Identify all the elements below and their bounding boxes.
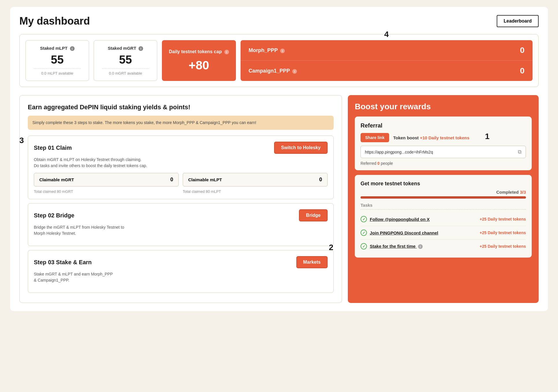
annotation-2: 2 [329, 243, 333, 252]
claimed-totals: Total claimed 80 mGRT Total claimed 80 m… [34, 189, 328, 194]
check-icon-1: ✓ [361, 216, 367, 222]
markets-button[interactable]: Markets [296, 256, 328, 268]
referred-text: Referred 0 people [361, 161, 526, 166]
check-icon-3: ✓ [361, 243, 367, 249]
stats-row: Staked mLPT i 55 0.0 mLPT available Stak… [19, 34, 539, 87]
staked-mgrt-info-icon[interactable]: i [138, 46, 143, 51]
claimable-row: Claimable mGRT 0 Claimable mLPT 0 [34, 173, 328, 186]
left-panel-title: Earn aggregated DePIN liquid staking yie… [28, 103, 334, 111]
step-03-title: Step 03 Stake & Earn [34, 259, 92, 266]
staked-mlpt-label: Staked mLPT i [34, 46, 81, 51]
annotation-4: 4 [384, 30, 389, 39]
check-icon-2: ✓ [361, 230, 367, 236]
morph-ppp-label: Morph_PPP i [249, 47, 285, 53]
staked-mgrt-sub: 0.0 mGRT available [102, 69, 149, 75]
total-mgrt: Total claimed 80 mGRT [34, 189, 179, 194]
step-01-title: Step 01 Claim [34, 145, 72, 151]
completed-label: Completed 3/3 [496, 190, 526, 195]
step-02-title: Step 02 Bridge [34, 212, 74, 219]
dashboard-container: My dashboard Leaderboard Staked mLPT i 5… [10, 7, 548, 311]
campaign1-ppp-value: 0 [520, 66, 524, 75]
morph-ppp-info-icon[interactable]: i [280, 49, 285, 53]
staked-mgrt-value: 55 [102, 53, 149, 66]
claimable-mlpt-label: Claimable mLPT [188, 177, 222, 182]
daily-testnet-label: Daily testnet tokens cap i [169, 49, 229, 54]
staked-mgrt-label: Staked mGRT i [102, 46, 149, 51]
progress-row: Completed 3/3 [361, 190, 526, 195]
right-panel-title: Boost your rewards [355, 102, 532, 111]
campaign1-ppp-label: Campaign1_PPP i [249, 68, 297, 74]
step-01-header: Step 01 Claim Switch to Holesky [34, 142, 328, 154]
morph-ppp-row: Morph_PPP i 0 [241, 40, 533, 61]
task-3-link[interactable]: Stake for the first time i [370, 244, 423, 249]
left-panel: Earn aggregated DePIN liquid staking yie… [19, 95, 342, 303]
claimable-mgrt-box: Claimable mGRT 0 [34, 173, 179, 186]
referral-card: Referral Share link Token boost +10 Dail… [355, 117, 532, 170]
step-02-desc: Bridge the mGRT & mLPT from Holesky Test… [34, 224, 328, 236]
daily-testnet-card: Daily testnet tokens cap i +80 [162, 40, 236, 81]
progress-bar-bg [361, 196, 526, 199]
share-link-button[interactable]: Share link [361, 133, 389, 142]
staked-mgrt-card: Staked mGRT i 55 0.0 mGRT available [94, 40, 157, 81]
step-03-desc: Stake mGRT & mLPT and earn Morph_PPP& Ca… [34, 271, 328, 283]
claimable-mlpt-value: 0 [319, 177, 322, 183]
task-1-reward: +25 Daily testnet tokens [480, 217, 526, 221]
annotation-3: 3 [19, 136, 24, 145]
campaign1-ppp-info-icon[interactable]: i [292, 69, 297, 74]
campaign1-ppp-row: Campaign1_PPP i 0 [241, 61, 533, 81]
daily-testnet-info-icon[interactable]: i [224, 50, 229, 54]
step-03-header: Step 03 Stake & Earn Markets [34, 256, 328, 268]
morph-ppp-value: 0 [520, 46, 524, 55]
progress-bar-fill [361, 196, 526, 199]
task-1-left: ✓ Follow @pingpongbuild on X [361, 216, 430, 222]
referral-title: Referral [361, 122, 526, 129]
total-mlpt: Total claimed 80 mLPT [183, 189, 328, 194]
dashboard-header: My dashboard Leaderboard [19, 15, 539, 27]
claimable-mlpt-box: Claimable mLPT 0 [183, 173, 328, 186]
task-3-info-icon[interactable]: i [418, 244, 423, 249]
notice-box: Simply complete these 3 steps to stake. … [28, 116, 334, 130]
task-row-3: ✓ Stake for the first time i +25 Daily t… [361, 240, 526, 253]
token-boost-text: Token boost +10 Daily testnet tokens [393, 135, 470, 140]
switch-to-holesky-button[interactable]: Switch to Holesky [274, 142, 328, 154]
referral-action-row: Share link Token boost +10 Daily testnet… [361, 133, 526, 142]
step-03-card: Step 03 Stake & Earn Markets Stake mGRT … [28, 250, 334, 293]
completed-count: 3/3 [520, 190, 526, 195]
daily-testnet-value: +80 [169, 58, 229, 72]
referred-count: 0 [377, 161, 380, 166]
tasks-label: Tasks [361, 203, 526, 210]
referral-url-row: https://app.pingpong...code=ihFrMs2q ⧉ [361, 146, 526, 158]
claimable-mgrt-value: 0 [170, 177, 173, 183]
staked-mlpt-card: Staked mLPT i 55 0.0 mLPT available [25, 40, 89, 81]
testnet-title: Get more testnet tokens [361, 181, 526, 187]
task-2-link[interactable]: Join PINGPONG Discord channel [370, 230, 438, 235]
boost-highlight: +10 Daily testnet tokens [420, 135, 469, 140]
staked-mlpt-value: 55 [34, 53, 81, 66]
step-01-card: 3 Step 01 Claim Switch to Holesky Obtain… [28, 136, 334, 199]
ppp-group: 4 Morph_PPP i 0 Campaign1_PPP i 0 [241, 40, 533, 81]
step-02-header: Step 02 Bridge Bridge [34, 209, 328, 221]
task-2-reward: +25 Daily testnet tokens [480, 230, 526, 235]
step-01-desc: Obtain mGRT & mLPT on Holesky Testnet th… [34, 157, 328, 169]
task-1-link[interactable]: Follow @pingpongbuild on X [370, 217, 430, 222]
leaderboard-button[interactable]: Leaderboard [497, 15, 539, 27]
task-row-2: ✓ Join PINGPONG Discord channel +25 Dail… [361, 226, 526, 240]
page-title: My dashboard [19, 15, 90, 27]
task-row-1: ✓ Follow @pingpongbuild on X +25 Daily t… [361, 212, 526, 226]
staked-mlpt-sub: 0.0 mLPT available [34, 69, 81, 75]
copy-icon[interactable]: ⧉ [518, 149, 522, 155]
right-panel: Boost your rewards Referral Share link T… [348, 95, 539, 303]
staked-mlpt-info-icon[interactable]: i [70, 46, 75, 51]
bridge-button[interactable]: Bridge [299, 209, 328, 221]
testnet-card: Get more testnet tokens Completed 3/3 Ta… [355, 175, 532, 258]
annotation-1: 1 [485, 132, 489, 141]
task-3-left: ✓ Stake for the first time i [361, 243, 423, 249]
main-content: Earn aggregated DePIN liquid staking yie… [19, 95, 539, 303]
claimable-mgrt-label: Claimable mGRT [39, 177, 74, 182]
step-02-card: Step 02 Bridge Bridge Bridge the mGRT & … [28, 203, 334, 246]
task-2-left: ✓ Join PINGPONG Discord channel [361, 230, 438, 236]
referral-url-text: https://app.pingpong...code=ihFrMs2q [365, 150, 518, 154]
task-3-reward: +25 Daily testnet tokens [480, 244, 526, 249]
